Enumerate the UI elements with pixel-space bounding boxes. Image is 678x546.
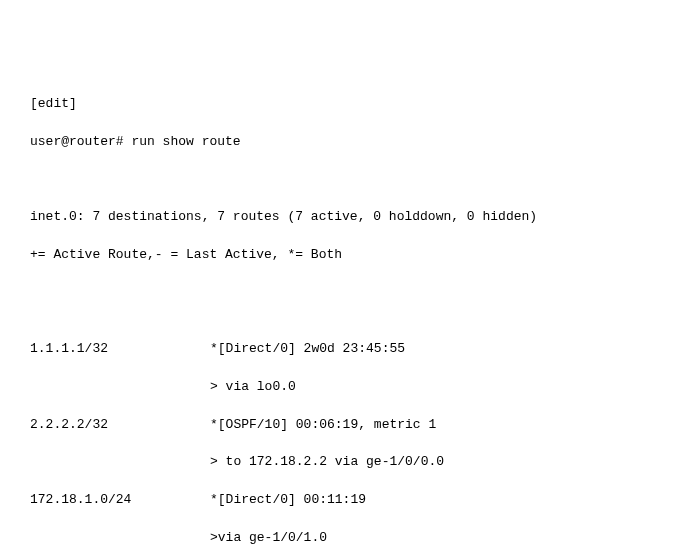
route-row: 2.2.2.2/32*[OSPF/10] 00:06:19, metric 1 (30, 416, 648, 435)
route-row: 1.1.1.1/32*[Direct/0] 2w0d 23:45:55 (30, 340, 648, 359)
blank-line (30, 171, 648, 190)
blank-line (30, 284, 648, 303)
route-nexthop: > to 172.18.2.2 via ge-1/0/0.0 (30, 453, 648, 472)
cli-prompt: user@router# run show route (30, 133, 648, 152)
route-dest: 2.2.2.2/32 (30, 416, 210, 435)
cli-context: [edit] (30, 95, 648, 114)
route-info: *[Direct/0] 00:11:19 (210, 491, 648, 510)
route-row: 172.18.1.0/24*[Direct/0] 00:11:19 (30, 491, 648, 510)
route-dest: 1.1.1.1/32 (30, 340, 210, 359)
inet0-legend: += Active Route,- = Last Active, *= Both (30, 246, 648, 265)
inet0-summary: inet.0: 7 destinations, 7 routes (7 acti… (30, 208, 648, 227)
route-info: *[Direct/0] 2w0d 23:45:55 (210, 340, 648, 359)
route-dest: 172.18.1.0/24 (30, 491, 210, 510)
route-info: *[OSPF/10] 00:06:19, metric 1 (210, 416, 648, 435)
route-nexthop: >via ge-1/0/1.0 (30, 529, 648, 546)
route-nexthop: > via lo0.0 (30, 378, 648, 397)
